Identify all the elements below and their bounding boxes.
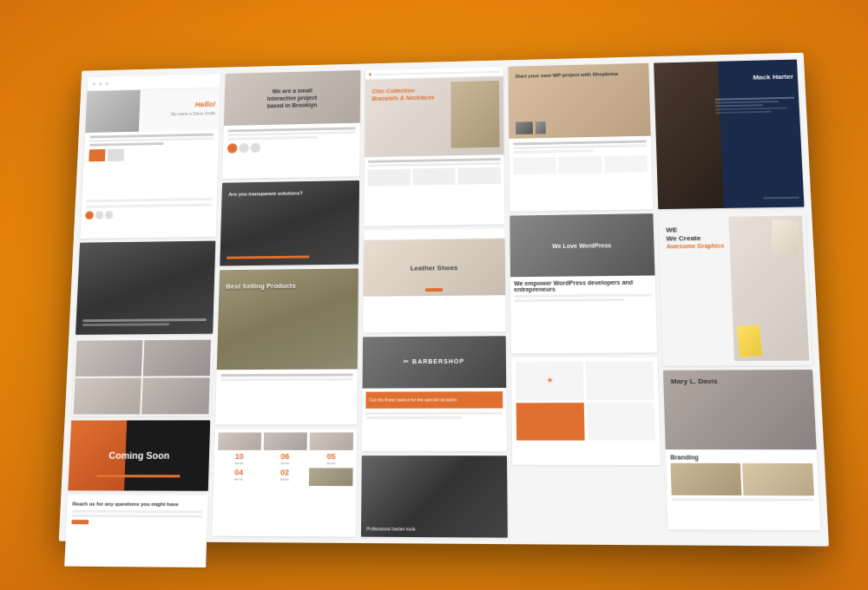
stats-inner: ★	[511, 357, 661, 464]
dark-photo-text: Are you transparent solutions?	[228, 189, 352, 198]
wp-line	[514, 298, 624, 302]
wp-inner: We Love WordPress We empower WordPress d…	[510, 213, 657, 353]
branding-section: Branding	[666, 449, 821, 531]
agency-inner: We are a small interactive project based…	[222, 70, 360, 179]
barber-tools-photo: Professional barber tools	[361, 456, 508, 538]
contact-text: Reach us for any questions you might hav…	[72, 501, 202, 508]
jewelry-product-img	[450, 81, 500, 148]
numbers-card: 10 items 06 items 05 items	[212, 429, 357, 536]
num-label: items	[309, 461, 352, 465]
wp-stats-card: ★	[511, 357, 661, 464]
tools-overlay: Professional barber tools	[366, 526, 502, 532]
wp-line	[514, 294, 652, 298]
best-selling-headline: Best Selling Products	[226, 282, 296, 292]
device-img-2	[536, 121, 546, 134]
nav-line	[374, 70, 500, 75]
dot	[105, 211, 114, 220]
bike-photo: Best Selling Products	[217, 268, 358, 370]
portfolio-grid-card	[71, 338, 213, 416]
how-step	[558, 155, 602, 173]
dark-headline: Are you transparent solutions?	[228, 189, 352, 198]
num-img	[310, 432, 353, 449]
stat-cell: ★	[516, 362, 583, 400]
lc-hero: Leather Shoes	[364, 239, 506, 297]
barber-logo: ✂ BARBERSHOP	[363, 336, 507, 388]
num-value: 02	[263, 468, 306, 476]
dot	[95, 211, 103, 220]
how-headline: Start your next WP project with Shopbrin…	[515, 70, 641, 80]
mack-line	[715, 107, 786, 110]
bs-line	[220, 378, 352, 382]
wp-photo: We Love WordPress	[510, 213, 654, 277]
device-img	[516, 121, 533, 134]
contact-line	[72, 515, 202, 518]
hero-subtext: My name is Steve Smith	[171, 111, 215, 117]
product-item-1	[771, 220, 799, 256]
j-product	[368, 168, 411, 186]
coming-soon-inner: Coming Soon	[68, 420, 210, 490]
num-label: items	[263, 477, 306, 482]
coming-soon-side	[68, 421, 126, 491]
personal-site-card: Hello! My name is Steve Smith	[80, 74, 220, 239]
mary-name-text: Mary L. Davis	[671, 377, 718, 387]
how-line	[513, 149, 593, 154]
num-cell-04: 04 items	[217, 468, 260, 488]
coming-soon-bar	[96, 475, 181, 477]
how-steps	[514, 154, 648, 174]
column-5: Mack Harter WE We Create Awes	[654, 60, 820, 531]
create-products	[728, 215, 809, 361]
j-products	[368, 167, 501, 187]
content-line	[89, 137, 214, 142]
agency-headline: We are a small interactive project based…	[258, 86, 326, 109]
j-product	[457, 167, 500, 185]
jewelry-hero: Chic CollectionBracelets & Necklaces	[365, 76, 504, 157]
agency-icon	[250, 143, 260, 154]
jewelry-card: Chic CollectionBracelets & Necklaces	[364, 67, 504, 226]
mack-line	[715, 104, 763, 107]
mack-photo	[654, 62, 723, 209]
best-selling-text: Best Selling Products	[226, 282, 296, 292]
num-value: 04	[217, 468, 260, 476]
num-img	[218, 432, 261, 449]
barber-hero: ✂ BARBERSHOP	[363, 336, 507, 388]
how-devices	[516, 121, 546, 134]
branding-title: Branding	[670, 454, 812, 461]
j-line	[368, 162, 501, 167]
contact-line	[72, 510, 202, 514]
mary-photo: Mary L. Davis	[663, 370, 817, 449]
brand-img-2	[742, 462, 814, 495]
agency-text: We are a small interactive project based…	[258, 86, 326, 109]
how-body	[509, 135, 653, 212]
best-selling-inner: Best Selling Products	[215, 268, 358, 424]
barbershop-card: ✂ BARBERSHOP Get the finest haircut for …	[362, 336, 507, 451]
stat-cell	[586, 402, 655, 440]
create-inner: WE We Create Awesome Graphics	[658, 211, 812, 365]
num-label: items	[217, 476, 260, 481]
brand-img-1	[671, 462, 742, 495]
line	[86, 198, 213, 202]
barber-line	[365, 416, 461, 418]
mack-harter-card: Mack Harter	[654, 60, 804, 210]
how-inner: Start your next WP project with Shopbrin…	[509, 63, 654, 212]
coming-soon-card: Coming Soon	[68, 420, 210, 490]
cta-button-2	[108, 149, 124, 161]
hello-text: Hello!	[195, 101, 216, 109]
line	[86, 204, 213, 208]
overlay-line	[82, 318, 207, 322]
content-rows	[82, 130, 220, 198]
num-value: 05	[309, 452, 352, 461]
mary-davis-card: Mary L. Davis Branding	[663, 370, 820, 530]
overlay-line	[82, 323, 169, 326]
dark-photo-card: Are you transparent solutions?	[220, 180, 359, 266]
photo-card-bw	[76, 241, 215, 335]
barber-line	[365, 411, 503, 414]
create-text-block: WE We Create Awesome Graphics	[666, 226, 724, 251]
jewelry-body	[364, 154, 504, 217]
num-img	[264, 432, 307, 449]
coming-soon-text: Coming Soon	[108, 450, 170, 461]
agency-line	[227, 136, 317, 141]
hero-image	[85, 90, 140, 133]
contact-card: Reach us for any questions you might hav…	[64, 495, 207, 567]
portfolio-grid	[71, 338, 213, 416]
column-1: Hello! My name is Steve Smith	[64, 74, 220, 567]
